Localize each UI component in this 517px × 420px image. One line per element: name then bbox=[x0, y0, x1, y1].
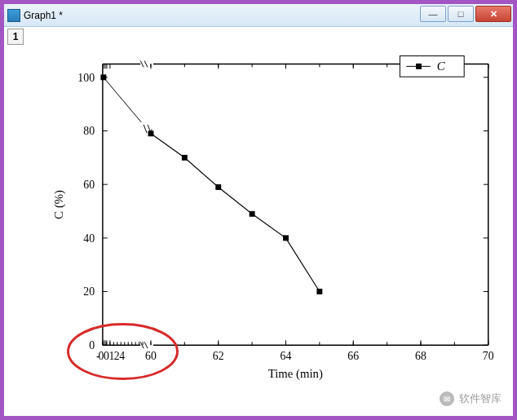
window-title: Graph1 * bbox=[24, 10, 420, 21]
app-icon bbox=[7, 9, 20, 22]
watermark: ✉ 软件智库 bbox=[440, 391, 502, 406]
minimize-button[interactable]: — bbox=[420, 6, 446, 22]
x-axis-label: Time (min) bbox=[268, 367, 323, 381]
data-marker bbox=[316, 289, 322, 294]
data-marker bbox=[215, 184, 221, 190]
watermark-text: 软件智库 bbox=[459, 391, 502, 406]
x-tick-label: 68 bbox=[415, 350, 426, 362]
legend-label: C bbox=[437, 60, 445, 73]
x-tick-label-compressed: -0 0 1 2 4 bbox=[96, 350, 125, 362]
y-tick-label: 0 bbox=[89, 339, 95, 351]
data-marker bbox=[100, 74, 106, 80]
data-marker bbox=[182, 155, 188, 161]
data-marker bbox=[148, 130, 154, 136]
svg-line-77 bbox=[144, 125, 147, 133]
svg-line-4 bbox=[144, 60, 148, 67]
titlebar[interactable]: Graph1 * — □ ✕ bbox=[4, 4, 513, 27]
svg-line-3 bbox=[140, 60, 144, 67]
data-marker bbox=[250, 211, 255, 217]
y-tick-label: 40 bbox=[83, 232, 95, 245]
maximize-button[interactable]: □ bbox=[448, 6, 474, 22]
x-tick-label: 60 bbox=[145, 350, 157, 362]
data-marker bbox=[283, 235, 289, 241]
y-tick-label: 60 bbox=[83, 179, 95, 191]
content-area: 1 020406080100-0 0 1 2 4606264666870Time… bbox=[4, 27, 513, 416]
window-controls: — □ ✕ bbox=[420, 4, 513, 26]
close-button[interactable]: ✕ bbox=[475, 6, 511, 22]
svg-line-8 bbox=[144, 342, 148, 348]
x-tick-label: 62 bbox=[213, 350, 224, 362]
y-tick-label: 20 bbox=[83, 285, 95, 298]
legend[interactable]: C bbox=[400, 56, 464, 77]
x-tick-label: 66 bbox=[347, 350, 359, 362]
chart-svg: 020406080100-0 0 1 2 4606264666870Time (… bbox=[11, 32, 506, 409]
y-tick-label: 100 bbox=[77, 72, 95, 84]
graph-window: Graph1 * — □ ✕ 1 020406080100-0 0 1 2 46… bbox=[2, 2, 515, 418]
y-tick-label: 80 bbox=[83, 125, 95, 137]
legend-marker-icon bbox=[416, 64, 422, 69]
svg-line-76 bbox=[104, 77, 141, 122]
plot-area[interactable]: 020406080100-0 0 1 2 4606264666870Time (… bbox=[11, 32, 506, 409]
x-tick-label: 70 bbox=[483, 350, 494, 362]
y-axis-label: C (%) bbox=[52, 190, 66, 219]
x-tick-label: 64 bbox=[281, 350, 292, 362]
series-line bbox=[151, 134, 320, 292]
wechat-icon: ✉ bbox=[440, 391, 454, 406]
